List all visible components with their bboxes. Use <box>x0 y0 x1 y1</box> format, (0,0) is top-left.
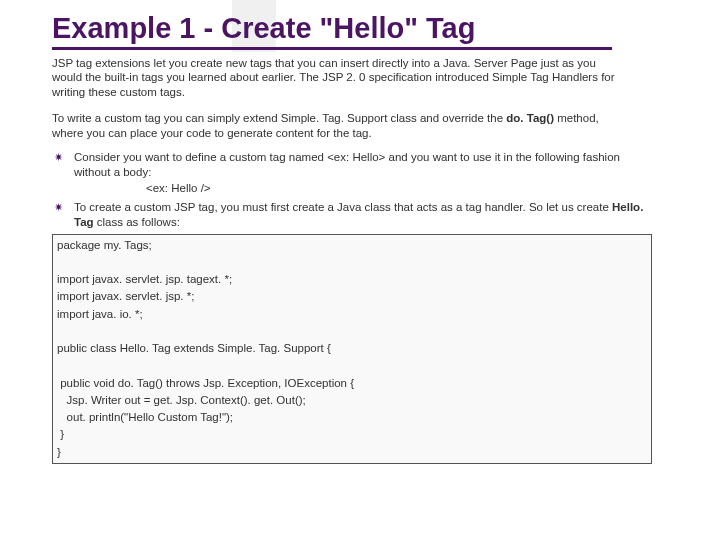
subintro-paragraph: To write a custom tag you can simply ext… <box>52 111 622 140</box>
bullet-list: Consider you want to define a custom tag… <box>52 150 676 230</box>
subintro-bold: do. Tag() <box>506 112 554 124</box>
subintro-pre: To write a custom tag you can simply ext… <box>52 112 506 124</box>
intro-paragraph: JSP tag extensions let you create new ta… <box>52 56 622 99</box>
bullet-1-text: Consider you want to define a custom tag… <box>74 151 620 178</box>
slide-title: Example 1 - Create "Hello" Tag <box>52 12 612 50</box>
code-block: package my. Tags; import javax. servlet.… <box>52 234 652 464</box>
bullet-1-sub: <ex: Hello /> <box>146 181 654 196</box>
bullet-2-pre: To create a custom JSP tag, you must fir… <box>74 201 612 213</box>
bullet-2: To create a custom JSP tag, you must fir… <box>52 200 654 230</box>
slide: Example 1 - Create "Hello" Tag JSP tag e… <box>0 0 720 540</box>
bullet-1: Consider you want to define a custom tag… <box>52 150 654 196</box>
bullet-2-post: class as follows: <box>94 216 180 228</box>
